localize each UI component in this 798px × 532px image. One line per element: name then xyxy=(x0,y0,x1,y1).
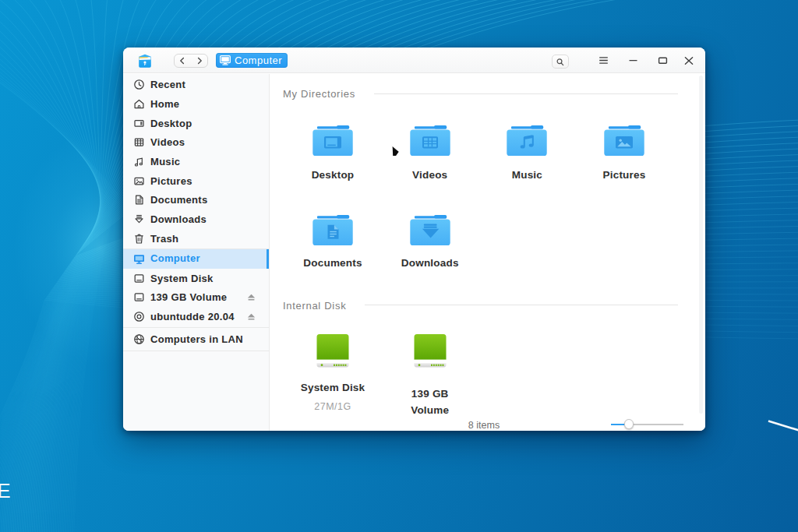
svg-text:E: E xyxy=(0,480,11,502)
